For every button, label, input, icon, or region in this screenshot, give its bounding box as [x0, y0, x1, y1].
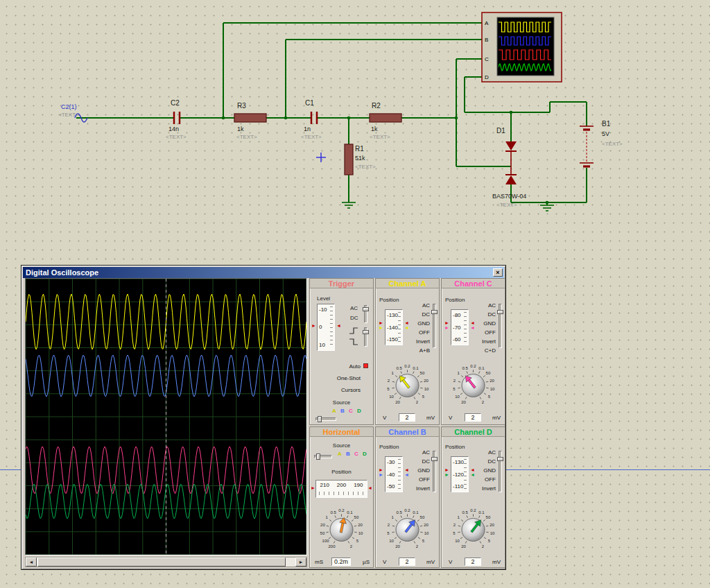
source-c[interactable]: C — [349, 408, 353, 414]
coupling-dc-label[interactable]: DC — [350, 315, 358, 321]
position-value: -150 — [387, 336, 398, 343]
option-invert[interactable]: Invert — [472, 337, 496, 346]
r2-ref-label: R2 — [372, 102, 381, 110]
component-source[interactable]: C2(1) <TEXT> — [58, 103, 87, 122]
option-sum[interactable]: A+B — [406, 346, 430, 355]
channel-d-coupling-slider[interactable] — [499, 451, 502, 492]
component-r2[interactable]: R2 1k <TEXT> — [370, 102, 401, 140]
component-b1[interactable]: B1 5V <TEXT> — [580, 120, 623, 166]
option-off[interactable]: OFF — [472, 475, 496, 484]
channel-c-position-slider[interactable]: -80 -70 -60 — [451, 309, 469, 345]
option-ac[interactable]: AC — [472, 448, 496, 457]
option-invert[interactable]: Invert — [406, 337, 430, 346]
channel-c-gain-knob[interactable]: 20105210.50.20.150201052 — [442, 359, 505, 412]
level-arrow-right-icon[interactable]: ◄ — [336, 323, 341, 328]
h-scrollbar[interactable]: ◄ ► — [25, 557, 307, 567]
rising-edge-icon[interactable] — [349, 327, 358, 334]
channel-a-gain-knob[interactable]: 20105210.50.20.150201052 — [376, 359, 439, 412]
option-dc[interactable]: DC — [406, 310, 430, 319]
trigger-edge-slider[interactable] — [364, 327, 367, 347]
level-value: 0 — [319, 324, 322, 330]
trigger-level-slider[interactable]: -10 0 10 — [317, 304, 335, 351]
horizontal-source-channels[interactable]: A B C D — [336, 451, 368, 457]
source-b[interactable]: B — [340, 408, 345, 414]
source-d[interactable]: D — [357, 408, 361, 414]
ground-symbol-r1[interactable] — [342, 202, 356, 208]
option-ac[interactable]: AC — [406, 448, 430, 457]
trigger-source-slider[interactable] — [315, 417, 336, 421]
junction-dots — [222, 111, 549, 205]
component-r1[interactable]: R1 51k <TEXT> — [345, 144, 376, 175]
channel-b-gain-knob[interactable]: 20105210.50.20.150201052 — [376, 503, 439, 556]
coupling-ac-label[interactable]: AC — [350, 305, 358, 311]
option-gnd[interactable]: GND — [406, 319, 430, 328]
option-sum[interactable]: C+D — [472, 346, 496, 355]
channel-a-coupling-slider[interactable] — [433, 304, 436, 348]
option-off[interactable]: OFF — [406, 328, 430, 337]
b1-value-label: 5V — [602, 130, 609, 137]
channel-b-position-slider[interactable]: -30 -40 -50 — [385, 456, 403, 492]
channel-d-gain-knob[interactable]: 20105210.50.20.150201052 — [442, 503, 505, 556]
channel-d-scale-row: V 2 mV — [442, 557, 505, 567]
svg-text:5: 5 — [356, 539, 359, 543]
channel-d-position-slider[interactable]: -130 -120 -110 — [451, 456, 469, 492]
scrollbar-thumb[interactable] — [37, 557, 286, 567]
option-dc[interactable]: DC — [472, 310, 496, 319]
svg-text:20: 20 — [395, 544, 400, 548]
channel-a-position-slider[interactable]: -130 -140 -150 — [385, 309, 403, 345]
source-a[interactable]: A — [332, 408, 336, 414]
position-arrow-left-icon[interactable]: ► — [311, 485, 315, 490]
option-invert[interactable]: Invert — [472, 484, 496, 493]
horizontal-source-slider[interactable] — [314, 455, 332, 458]
auto-button[interactable]: Auto — [349, 363, 361, 370]
option-gnd[interactable]: GND — [406, 466, 430, 475]
unit-left: V — [383, 559, 386, 565]
source-b[interactable]: B — [346, 451, 350, 457]
option-off[interactable]: OFF — [472, 328, 496, 337]
position-value: -50 — [387, 483, 395, 490]
component-r3[interactable]: R3 1k <TEXT> — [234, 102, 266, 140]
oscilloscope-display[interactable] — [25, 278, 307, 555]
component-c1[interactable]: C1 1n <TEXT> — [301, 99, 322, 140]
level-arrow-left-icon[interactable]: ► — [311, 323, 316, 328]
ground-symbol-right[interactable] — [540, 205, 554, 211]
one-shot-button[interactable]: One-Shot — [337, 375, 361, 381]
slider-ticks — [398, 459, 401, 490]
option-ac[interactable]: AC — [406, 301, 430, 310]
trigger-coupling-slider[interactable] — [364, 305, 367, 323]
position-arrow-left-icon[interactable]: ►► — [444, 467, 449, 477]
channel-b-coupling-slider[interactable] — [433, 451, 436, 492]
source-c[interactable]: C — [354, 451, 358, 457]
cursors-button[interactable]: Cursors — [341, 387, 361, 393]
option-off[interactable]: OFF — [406, 475, 430, 484]
source-a[interactable]: A — [338, 451, 342, 457]
svg-text:10: 10 — [389, 395, 394, 399]
position-arrow-left-icon[interactable]: ►► — [379, 320, 383, 330]
option-gnd[interactable]: GND — [472, 319, 496, 328]
svg-text:1: 1 — [457, 515, 460, 519]
option-dc[interactable]: DC — [406, 457, 430, 466]
window-titlebar[interactable]: Digital Oscilloscope × — [23, 267, 504, 278]
r2-text-label: <TEXT> — [370, 134, 390, 140]
position-arrow-left-icon[interactable]: ►► — [379, 467, 383, 477]
svg-text:2: 2 — [482, 544, 485, 548]
falling-edge-icon[interactable] — [349, 338, 358, 345]
close-button[interactable]: × — [493, 268, 503, 277]
source-d[interactable]: D — [363, 451, 367, 457]
position-arrow-right-icon[interactable]: ◄ — [367, 485, 372, 490]
option-invert[interactable]: Invert — [406, 484, 430, 493]
channel-c-coupling-slider[interactable] — [499, 304, 502, 348]
option-ac[interactable]: AC — [472, 301, 496, 310]
channel-d-scale-value: 2 — [465, 557, 481, 566]
scroll-right-icon[interactable]: ► — [295, 557, 306, 567]
scroll-left-icon[interactable]: ◄ — [26, 557, 37, 567]
timebase-knob[interactable]: 200100502010.50.20.150201052 — [310, 503, 373, 556]
slider-ticks — [319, 492, 364, 495]
component-c2[interactable]: C2 14n <TEXT> — [166, 99, 187, 140]
component-d1[interactable]: D1 BAS70W-04 <TEXT> — [492, 127, 526, 208]
trigger-source-channels[interactable]: A B C D — [331, 408, 363, 414]
option-gnd[interactable]: GND — [472, 466, 496, 475]
horizontal-position-slider[interactable]: 210 200 190 — [315, 480, 367, 498]
option-dc[interactable]: DC — [472, 457, 496, 466]
position-arrow-left-icon[interactable]: ►► — [444, 320, 449, 330]
